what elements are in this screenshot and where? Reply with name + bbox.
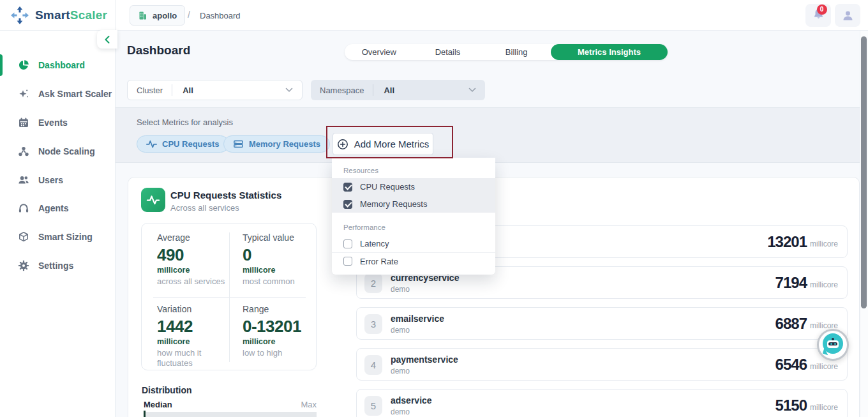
dropdown-option-memory-requests[interactable]: Memory Requests <box>332 195 495 213</box>
breadcrumb-page: Dashboard <box>200 11 241 20</box>
sidebar-item-events[interactable]: Events <box>0 111 115 134</box>
chevron-down-icon <box>468 87 476 93</box>
metric-chip-label: CPU Requests <box>162 139 220 149</box>
notifications-button[interactable]: 0 <box>805 4 831 27</box>
users-icon <box>18 174 29 186</box>
service-value: 6887 <box>775 315 807 333</box>
memory-icon <box>233 139 244 149</box>
notification-badge: 0 <box>817 4 827 15</box>
distribution-axis-labels: Median Max <box>144 400 317 409</box>
distribution-median-label: Median <box>144 400 172 409</box>
dropdown-option-cpu-requests[interactable]: CPU Requests <box>332 178 495 195</box>
account-button[interactable] <box>835 4 860 27</box>
service-value: 7194 <box>775 274 807 292</box>
metrics-select-label: Select Metrics for analysis <box>137 118 233 127</box>
tab-details[interactable]: Details <box>414 44 483 60</box>
cube-icon <box>18 231 29 243</box>
chevron-down-icon <box>285 87 293 93</box>
tab-metrics-insights[interactable]: Metrics Insights <box>551 44 668 60</box>
dropdown-option-label: Memory Requests <box>360 199 427 209</box>
rank-badge: 4 <box>364 355 382 375</box>
service-unit: millicore <box>810 239 838 248</box>
brand-logo: SmartScaler <box>10 6 107 25</box>
tab-overview[interactable]: Overview <box>345 44 414 60</box>
add-more-metrics-label: Add More Metrics <box>354 139 430 149</box>
service-unit: millicore <box>810 280 838 289</box>
sidebar-item-label: Node Scaling <box>38 146 95 156</box>
sidebar-item-label: Agents <box>38 203 68 213</box>
chat-bot-icon <box>823 333 843 354</box>
chat-assistant-button[interactable] <box>817 329 849 361</box>
metric-chip-label: Memory Requests <box>249 139 320 149</box>
pulse-icon <box>141 188 165 212</box>
metric-chip-cpu-requests[interactable]: CPU Requests <box>137 135 229 153</box>
sidebar-item-label: Smart Sizing <box>38 232 93 242</box>
add-more-metrics-button[interactable]: Add More Metrics <box>333 133 433 155</box>
sidebar: Dashboard Ask Smart Scaler Events <box>0 31 116 417</box>
scrollbar-track[interactable] <box>860 31 868 417</box>
service-namespace: demo <box>391 285 410 294</box>
stat-range: Range 0-13201 millicore low to high <box>243 304 314 358</box>
service-row-3[interactable]: 3 emailservice demo 6887 millicore <box>356 307 848 340</box>
distribution-median-marker <box>144 411 146 417</box>
rank-badge: 2 <box>364 273 382 293</box>
stats-card-subtitle: Across all services <box>170 203 239 213</box>
service-name: emailservice <box>391 314 444 324</box>
sidebar-item-dashboard[interactable]: Dashboard <box>0 54 115 77</box>
rank-badge: 5 <box>364 396 382 416</box>
user-icon <box>841 9 855 22</box>
dropdown-group-title: Performance <box>332 218 495 235</box>
move-arrows-icon <box>10 6 29 25</box>
activity-icon <box>146 139 157 149</box>
sidebar-item-users[interactable]: Users <box>0 169 115 192</box>
checkbox[interactable] <box>343 200 352 209</box>
stats-card-title: CPU Requests Statistics <box>170 190 281 201</box>
namespace-select-value: All <box>373 86 405 95</box>
sidebar-item-label: Settings <box>38 261 73 271</box>
distribution-max-label: Max <box>301 400 317 409</box>
service-namespace: demo <box>391 326 410 335</box>
cluster-select-value: All <box>172 86 204 95</box>
sidebar-item-label: Ask Smart Scaler <box>38 89 112 99</box>
sidebar-item-label: Dashboard <box>38 60 85 70</box>
checkbox[interactable] <box>343 183 352 192</box>
breadcrumb-separator: / <box>188 10 190 20</box>
metrics-dropdown-menu: Resources CPU Requests Memory Requests P… <box>332 158 495 275</box>
cluster-select[interactable]: Cluster All <box>127 80 303 100</box>
building-icon <box>138 11 147 20</box>
dropdown-option-label: Latency <box>360 239 389 248</box>
metric-chip-memory-requests[interactable]: Memory Requests <box>223 135 330 153</box>
dropdown-option-label: Error Rate <box>360 257 398 266</box>
service-row-5[interactable]: 5 adservice demo 5150 millicore <box>356 389 848 417</box>
stat-variation: Variation 1442 millicore how much it flu… <box>157 304 228 369</box>
gear-icon <box>18 260 29 271</box>
distribution-bar <box>144 412 317 417</box>
scrollbar-thumb[interactable] <box>861 36 867 308</box>
breadcrumb-org-chip[interactable]: apollo <box>130 5 185 26</box>
sidebar-item-ask-smart-scaler[interactable]: Ask Smart Scaler <box>0 82 115 105</box>
namespace-select[interactable]: Namespace All <box>311 80 485 100</box>
dropdown-option-error-rate[interactable]: Error Rate <box>332 252 495 269</box>
sidebar-item-node-scaling[interactable]: Node Scaling <box>0 140 115 163</box>
checkbox[interactable] <box>343 257 352 266</box>
sidebar-item-smart-sizing[interactable]: Smart Sizing <box>0 225 115 248</box>
stats-summary-box: Average 490 millicore across all service… <box>141 223 317 370</box>
service-row-4[interactable]: 4 paymentservice demo 6546 millicore <box>356 348 848 381</box>
service-value: 5150 <box>775 397 807 414</box>
dropdown-option-latency[interactable]: Latency <box>332 235 495 252</box>
checkbox[interactable] <box>343 239 352 248</box>
service-name: paymentservice <box>391 354 458 365</box>
cluster-select-label: Cluster <box>128 86 172 95</box>
topbar-divider <box>116 0 116 31</box>
namespace-select-label: Namespace <box>311 86 373 95</box>
metrics-select-section: Select Metrics for analysis CPU Requests… <box>116 107 868 163</box>
page-title: Dashboard <box>127 43 190 57</box>
headset-icon <box>18 202 29 214</box>
sparkles-icon <box>18 88 29 100</box>
rank-badge: 3 <box>364 314 382 334</box>
sidebar-item-settings[interactable]: Settings <box>0 254 115 277</box>
tab-billing[interactable]: Billing <box>482 44 551 60</box>
sidebar-collapse-button[interactable] <box>97 30 117 49</box>
sidebar-item-agents[interactable]: Agents <box>0 197 115 220</box>
service-namespace: demo <box>391 367 410 375</box>
